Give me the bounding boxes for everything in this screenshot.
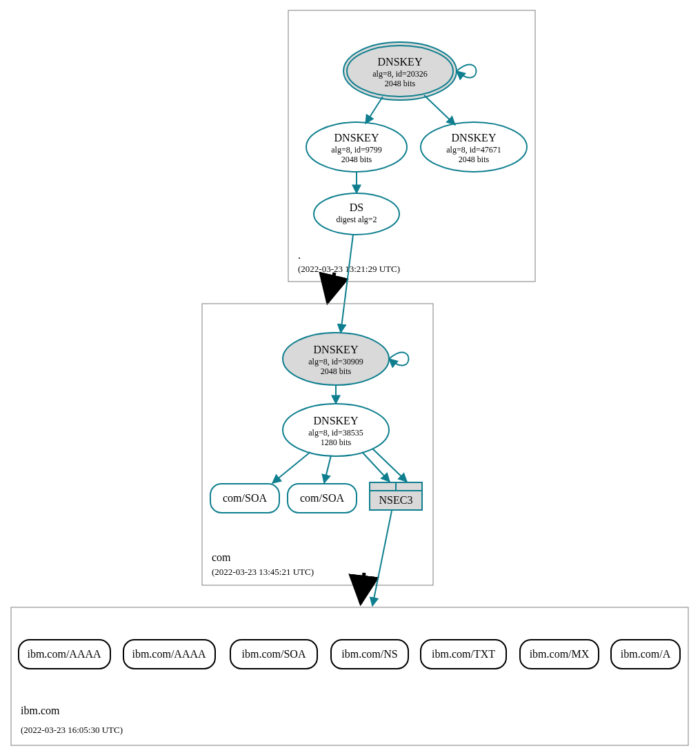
- node-ibm-ns: ibm.com/NS: [331, 640, 408, 669]
- node-com-ksk: DNSKEY alg=8, id=30909 2048 bits: [283, 333, 389, 385]
- node-ibm-mx: ibm.com/MX: [520, 640, 599, 669]
- edge-root-to-com-zone: [328, 273, 334, 302]
- edge-com-ksk-self: [389, 352, 409, 365]
- node-root-zsk2: DNSKEY alg=8, id=47671 2048 bits: [421, 122, 527, 172]
- zone-ibm-label: ibm.com: [21, 705, 60, 716]
- svg-text:2048 bits: 2048 bits: [385, 79, 416, 88]
- svg-text:alg=8, id=9799: alg=8, id=9799: [331, 145, 382, 155]
- svg-text:ibm.com/NS: ibm.com/NS: [341, 648, 397, 660]
- edge-comzsk-soa2: [324, 455, 331, 483]
- node-ibm-a: ibm.com/A: [611, 640, 680, 669]
- edge-comzsk-nsec3b: [372, 449, 407, 482]
- svg-text:ibm.com/MX: ibm.com/MX: [530, 648, 590, 660]
- svg-text:2048 bits: 2048 bits: [341, 155, 372, 164]
- svg-text:DNSKEY: DNSKEY: [334, 132, 379, 144]
- edge-comzsk-soa1: [272, 452, 310, 483]
- svg-text:2048 bits: 2048 bits: [321, 366, 352, 376]
- node-root-ksk: DNSKEY alg=8, id=20326 2048 bits: [343, 42, 457, 100]
- svg-text:alg=8, id=38535: alg=8, id=38535: [308, 428, 363, 438]
- edge-rootksk-zsk1: [366, 97, 383, 124]
- svg-text:DNSKEY: DNSKEY: [314, 344, 359, 355]
- svg-text:ibm.com/A: ibm.com/A: [621, 648, 671, 660]
- node-com-soa2: com/SOA: [288, 484, 357, 513]
- svg-text:alg=8, id=47671: alg=8, id=47671: [446, 145, 501, 155]
- edge-nsec3-to-ibm: [372, 511, 392, 606]
- zone-com-label: com: [212, 551, 231, 563]
- zone-root-label: .: [298, 249, 301, 261]
- svg-text:DNSKEY: DNSKEY: [378, 56, 423, 68]
- svg-text:ibm.com/SOA: ibm.com/SOA: [242, 648, 306, 660]
- svg-point-14: [314, 193, 399, 235]
- zone-ibm: ibm.com (2022-03-23 16:05:30 UTC) ibm.co…: [11, 607, 688, 745]
- node-ibm-aaaa2: ibm.com/AAAA: [123, 640, 215, 669]
- zone-com-timestamp: (2022-03-23 13:45:21 UTC): [212, 567, 314, 577]
- edge-rootksk-zsk2: [424, 95, 455, 125]
- svg-text:com/SOA: com/SOA: [300, 492, 344, 504]
- edge-ds-to-comksk: [341, 235, 353, 333]
- svg-text:ibm.com/AAAA: ibm.com/AAAA: [132, 648, 206, 660]
- svg-text:2048 bits: 2048 bits: [459, 155, 490, 164]
- svg-text:com/SOA: com/SOA: [223, 492, 267, 504]
- zone-com: com (2022-03-23 13:45:21 UTC) DNSKEY alg…: [202, 304, 433, 585]
- node-com-nsec3: NSEC3: [370, 482, 422, 510]
- zone-ibm-timestamp: (2022-03-23 16:05:30 UTC): [21, 725, 123, 735]
- svg-text:alg=8, id=30909: alg=8, id=30909: [308, 357, 363, 366]
- edge-root-ksk-self: [457, 64, 477, 77]
- dnssec-diagram: . (2022-03-23 13:21:29 UTC) DNSKEY alg=8…: [0, 0, 700, 755]
- node-com-soa1: com/SOA: [210, 484, 279, 513]
- node-ibm-txt: ibm.com/TXT: [421, 640, 506, 669]
- edge-com-to-ibm-zone: [361, 573, 364, 603]
- svg-text:ibm.com/AAAA: ibm.com/AAAA: [27, 648, 101, 660]
- node-ibm-soa: ibm.com/SOA: [230, 640, 317, 669]
- node-root-ds: DS digest alg=2: [314, 193, 399, 235]
- svg-text:ibm.com/TXT: ibm.com/TXT: [432, 648, 495, 660]
- svg-text:1280 bits: 1280 bits: [321, 438, 352, 447]
- edge-comzsk-nsec3a: [362, 452, 390, 482]
- svg-text:DNSKEY: DNSKEY: [452, 132, 497, 144]
- zone-root: . (2022-03-23 13:21:29 UTC) DNSKEY alg=8…: [288, 10, 535, 282]
- svg-text:digest alg=2: digest alg=2: [336, 215, 377, 224]
- svg-text:alg=8, id=20326: alg=8, id=20326: [372, 69, 428, 79]
- svg-text:NSEC3: NSEC3: [379, 494, 413, 506]
- node-root-zsk1: DNSKEY alg=8, id=9799 2048 bits: [306, 122, 407, 172]
- svg-text:DS: DS: [350, 202, 363, 213]
- node-ibm-aaaa1: ibm.com/AAAA: [19, 640, 110, 669]
- svg-text:DNSKEY: DNSKEY: [314, 415, 359, 426]
